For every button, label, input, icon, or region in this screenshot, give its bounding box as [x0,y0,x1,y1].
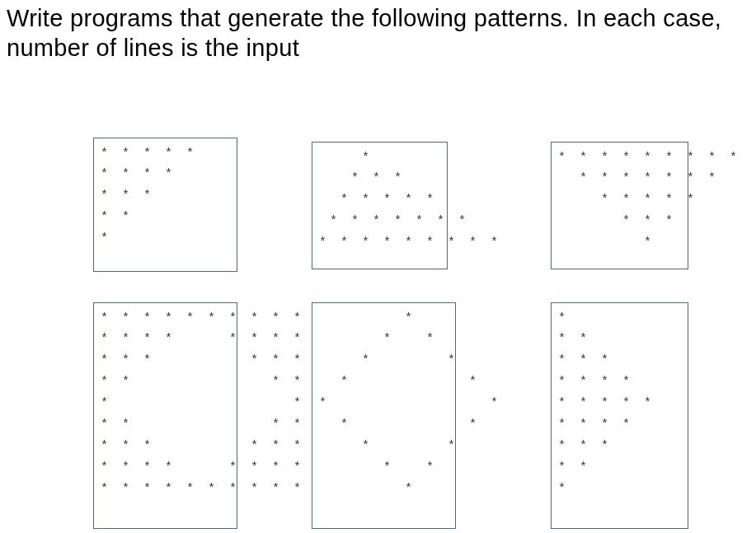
pattern-box-2: * * * * * * * * * * * * * * * * * * * * … [312,142,448,269]
pattern-box-6: * * * * * * * * * * * * * * * * * * * * … [551,302,688,529]
pattern-box-4: * * * * * * * * * * * * * * * * * * * * … [93,302,237,529]
pattern-box-3: * * * * * * * * * * * * * * * * * * * * … [551,142,688,269]
pattern-box-5: * * * * * * * * * * * * * * * * [312,302,456,529]
pattern-box-1: * * * * * * * * * * * * * * * [93,138,237,272]
instruction-text: Write programs that generate the followi… [7,3,749,63]
